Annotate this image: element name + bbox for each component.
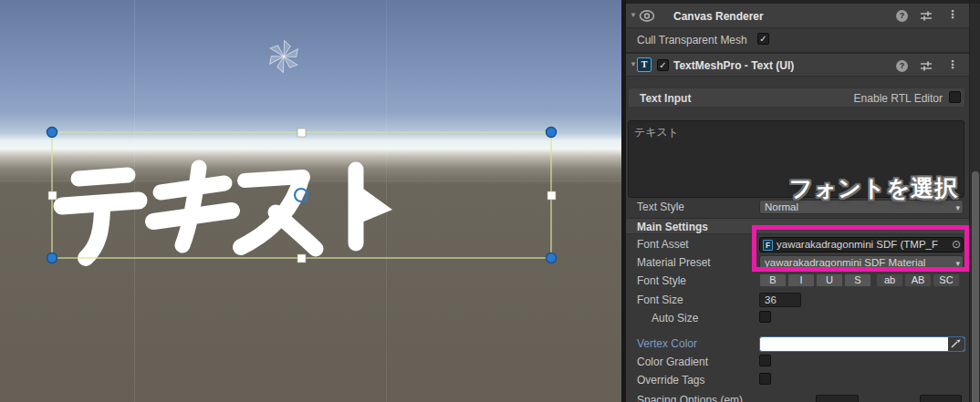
enable-rtl-label: Enable RTL Editor — [854, 92, 943, 105]
inspector-panel: ▼ Canvas Renderer ? ⋮ Cull Transparent M… — [626, 0, 969, 402]
underline-button[interactable]: U — [816, 273, 843, 287]
cull-transparent-mesh-label: Cull Transparent Mesh — [637, 34, 747, 46]
check-icon: ✓ — [759, 34, 766, 44]
chevron-down-icon: ▾ — [955, 203, 960, 212]
presets-icon[interactable] — [920, 60, 933, 72]
auto-size-label: Auto Size — [652, 312, 698, 325]
inspector-top-border — [626, 0, 980, 4]
font-asset-row: Font Asset F yawarakadragonmini SDF (TMP… — [626, 237, 969, 252]
font-size-row: Font Size 36 — [626, 293, 969, 307]
override-tags-checkbox[interactable] — [759, 373, 771, 385]
check-icon: ✓ — [659, 60, 666, 70]
spacing-input[interactable] — [920, 395, 962, 402]
inspector-scrollbar[interactable] — [969, 0, 980, 402]
vertex-color-field[interactable] — [759, 336, 965, 352]
scene-view[interactable]: テキスト — [0, 0, 621, 402]
font-asset-label: Font Asset — [637, 238, 689, 251]
cull-transparent-mesh-row: Cull Transparent Mesh ✓ — [626, 33, 969, 47]
color-gradient-row: Color Gradient — [626, 355, 969, 369]
material-preset-row: Material Preset yawarakadragonmini SDF M… — [626, 255, 969, 270]
text-input-section-bar: Text Input Enable RTL Editor — [628, 88, 965, 108]
font-asset-icon: F — [763, 240, 773, 251]
text-input-value: テキスト — [634, 126, 679, 139]
component-title: Canvas Renderer — [673, 10, 764, 23]
canvas-renderer-icon — [639, 9, 655, 23]
font-asset-value: yawarakadragonmini SDF (TMP_F — [777, 239, 938, 250]
override-tags-label: Override Tags — [637, 374, 704, 387]
vertex-color-label: Vertex Color — [637, 337, 697, 350]
enable-rtl-checkbox[interactable] — [949, 91, 961, 103]
help-icon[interactable]: ? — [896, 10, 908, 22]
font-size-label: Font Size — [637, 294, 683, 306]
material-preset-value: yawarakadragonmini SDF Material — [765, 257, 925, 268]
eyedropper-icon — [948, 337, 964, 351]
sun-flare-icon — [268, 41, 300, 73]
material-preset-dropdown[interactable]: yawarakadragonmini SDF Material ▾ — [759, 255, 964, 270]
vertex-color-row: Vertex Color — [626, 336, 969, 351]
unity-editor-window: テキスト ▼ Canvas Renderer ? ⋮ Cull Transpar… — [0, 0, 980, 402]
color-gradient-checkbox[interactable] — [759, 355, 771, 366]
overlay-annotation-label: フォントを選択 — [789, 173, 958, 203]
material-preset-label: Material Preset — [637, 256, 711, 269]
component-title: TextMeshPro - Text (UI) — [673, 59, 794, 72]
scene-text-object[interactable] — [62, 168, 392, 258]
scrollbar-thumb[interactable] — [972, 171, 979, 402]
spacing-options-row: Spacing Options (em) — [626, 393, 969, 402]
smallcaps-button[interactable]: SC — [933, 273, 960, 287]
kebab-menu-icon[interactable]: ⋮ — [947, 8, 958, 21]
text-input-section-label: Text Input — [640, 92, 691, 105]
main-settings-label: Main Settings — [637, 221, 708, 233]
tmp-component-header[interactable]: ▼ T ✓ TextMeshPro - Text (UI) ? ⋮ — [626, 53, 969, 77]
font-size-input[interactable]: 36 — [759, 293, 801, 307]
eyedropper-button[interactable] — [948, 337, 964, 351]
strikethrough-button[interactable]: S — [844, 273, 871, 287]
font-asset-object-field[interactable]: F yawarakadragonmini SDF (TMP_F ⊙ — [759, 237, 964, 253]
font-style-row: Font Style B I U S ab AB SC — [626, 273, 969, 288]
color-gradient-label: Color Gradient — [637, 356, 708, 368]
tmp-enabled-checkbox[interactable]: ✓ — [657, 59, 669, 71]
object-picker-icon[interactable]: ⊙ — [952, 238, 961, 251]
font-style-label: Font Style — [637, 274, 686, 287]
main-settings-section-bar: Main Settings — [626, 218, 969, 234]
tmp-text-icon: T — [637, 57, 652, 72]
text-style-label: Text Style — [637, 201, 684, 213]
color-swatch[interactable] — [760, 337, 948, 351]
canvas-renderer-header[interactable]: ▼ Canvas Renderer ? ⋮ — [626, 4, 969, 28]
lowercase-button[interactable]: ab — [876, 273, 903, 287]
chevron-down-icon: ▾ — [955, 259, 960, 268]
uppercase-button[interactable]: AB — [904, 273, 932, 287]
auto-size-checkbox[interactable] — [759, 311, 771, 323]
cull-transparent-mesh-checkbox[interactable]: ✓ — [757, 33, 769, 45]
help-icon[interactable]: ? — [896, 60, 908, 72]
auto-size-row: Auto Size — [626, 311, 969, 325]
scene-gizmos — [0, 0, 621, 402]
spacing-options-label: Spacing Options (em) — [637, 394, 743, 402]
kebab-menu-icon[interactable]: ⋮ — [947, 58, 958, 71]
spacing-input[interactable] — [816, 395, 859, 402]
override-tags-row: Override Tags — [626, 373, 969, 387]
bold-button[interactable]: B — [759, 273, 787, 287]
italic-button[interactable]: I — [787, 273, 815, 287]
presets-icon[interactable] — [920, 10, 933, 22]
foldout-icon[interactable]: ▼ — [629, 11, 638, 19]
